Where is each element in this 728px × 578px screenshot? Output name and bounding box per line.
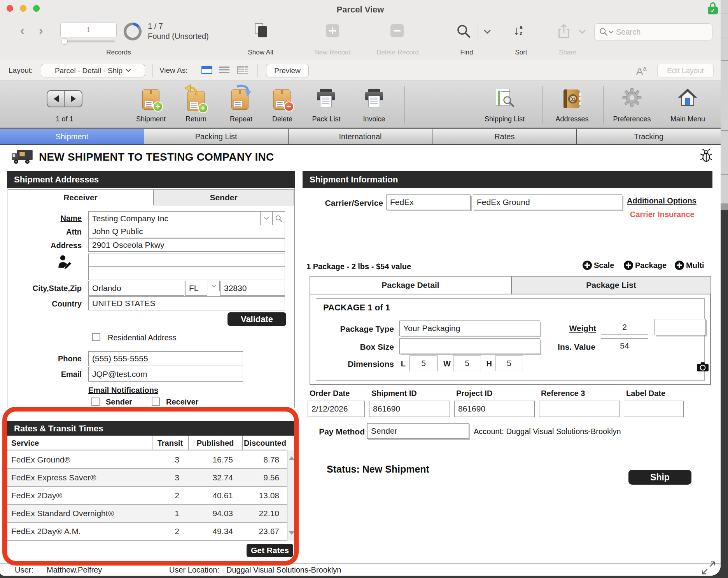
tab-rates[interactable]: Rates	[432, 129, 577, 144]
shipment-id-input[interactable]: 861690	[369, 401, 450, 417]
name-dropdown-button[interactable]	[260, 211, 273, 226]
address3-input[interactable]	[88, 267, 285, 280]
previous-record-button[interactable]: ‹	[20, 23, 24, 38]
pack-list-icon[interactable]	[317, 89, 335, 108]
scale-button[interactable]: Scale	[583, 261, 614, 270]
project-id-input[interactable]: 861690	[454, 401, 535, 417]
rates-scrollbar[interactable]	[287, 450, 295, 541]
invoice-icon[interactable]	[365, 89, 383, 108]
phone-input[interactable]: (555) 555-5555	[88, 351, 243, 366]
attn-input[interactable]: John Q Public	[88, 225, 285, 238]
notify-sender-checkbox[interactable]	[91, 398, 100, 406]
country-input[interactable]: UNITED STATES	[88, 296, 285, 310]
get-rates-button[interactable]: Get Rates	[247, 544, 293, 557]
col-transit[interactable]: Transit	[152, 436, 188, 450]
shipment-icon[interactable]: +	[142, 89, 159, 110]
reference-3-input[interactable]	[539, 401, 620, 417]
rate-row[interactable]: FedEx Ground® 3 16.75 8.78	[7, 451, 287, 469]
show-all-button[interactable]: Show All	[233, 49, 288, 56]
package-list-subtab[interactable]: Package List	[511, 276, 711, 294]
service-select[interactable]: FedEx Ground	[473, 194, 622, 210]
find-button[interactable]: Find	[451, 49, 482, 56]
col-discounted[interactable]: Discounted	[243, 436, 287, 450]
name-search-button[interactable]	[272, 211, 285, 226]
residential-address-checkbox[interactable]	[92, 333, 100, 341]
record-number-input[interactable]	[60, 23, 117, 37]
main-menu-button[interactable]: Main Menu	[667, 115, 708, 123]
view-as-form-icon[interactable]	[201, 66, 212, 74]
preferences-gear-icon[interactable]	[622, 88, 642, 107]
tab-shipment[interactable]: Shipment	[0, 129, 144, 144]
tab-tracking[interactable]: Tracking	[577, 129, 721, 144]
label-date-input[interactable]	[624, 401, 684, 417]
validate-button[interactable]: Validate	[228, 312, 286, 326]
repeat-button[interactable]: Repeat	[220, 115, 262, 123]
state-dropdown-button[interactable]	[208, 281, 220, 291]
search-scope-chevron-icon[interactable]	[609, 30, 614, 34]
find-icon[interactable]	[456, 23, 471, 39]
tab-packing-list[interactable]: Packing List	[144, 129, 289, 144]
col-published[interactable]: Published	[188, 436, 242, 450]
addresses-button[interactable]: Addresses	[550, 115, 595, 123]
receiver-subtab[interactable]: Receiver	[8, 189, 153, 205]
rate-row[interactable]: FedEx Standard Overnight® 1 94.03 22.10	[7, 505, 287, 523]
scroll-up-icon[interactable]	[289, 454, 294, 460]
rate-row[interactable]: FedEx 2Day® A.M. 2 49.34 23.67	[7, 523, 287, 541]
find-options-chevron-icon[interactable]	[484, 30, 491, 34]
sort-icon[interactable]: ↓az	[513, 23, 523, 37]
email-notifications-link[interactable]: Email Notifications	[88, 386, 158, 395]
rate-row[interactable]: FedEx Express Saver® 3 32.74 9.56	[7, 469, 287, 487]
multi-button[interactable]: Multi	[675, 261, 704, 270]
carrier-insurance-link[interactable]: Carrier Insurance	[630, 210, 695, 219]
dim-l-input[interactable]: 5	[410, 356, 438, 371]
ship-button[interactable]: Ship	[628, 470, 691, 485]
camera-icon[interactable]	[696, 362, 709, 372]
delete-shipment-icon[interactable]: −	[273, 89, 290, 110]
weight-input[interactable]: 2	[601, 320, 648, 335]
debug-bug-icon[interactable]	[700, 149, 712, 163]
record-slider[interactable]	[62, 40, 115, 42]
sort-button[interactable]: Sort	[506, 49, 537, 56]
email-input[interactable]: JQP@test.com	[88, 367, 243, 382]
ins-value-input[interactable]: 54	[601, 338, 648, 353]
address2-input[interactable]	[88, 254, 285, 267]
weight-unit-field[interactable]	[654, 319, 706, 335]
dim-w-input[interactable]: 5	[453, 356, 481, 371]
show-all-icon[interactable]	[255, 23, 268, 38]
record-slider-knob[interactable]	[61, 38, 68, 45]
additional-options-link[interactable]: Additional Options	[627, 196, 696, 205]
rate-row[interactable]: FedEx 2Day® 2 40.61 13.08	[7, 487, 287, 505]
addresses-icon[interactable]: @	[564, 89, 580, 108]
nav-forward-button[interactable]	[64, 91, 82, 107]
return-button[interactable]: Return	[177, 115, 215, 123]
return-icon[interactable]: +	[187, 91, 205, 111]
repeat-icon[interactable]	[231, 89, 248, 110]
edit-contact-icon[interactable]	[58, 254, 72, 270]
view-as-table-icon[interactable]	[237, 66, 248, 74]
dim-h-input[interactable]: 5	[495, 356, 523, 371]
carrier-select[interactable]: FedEx	[386, 194, 471, 210]
shipping-list-icon[interactable]	[496, 89, 514, 108]
search-field[interactable]	[594, 23, 712, 40]
scroll-down-icon[interactable]	[289, 531, 294, 538]
col-service[interactable]: Service	[11, 436, 39, 450]
order-date-input[interactable]: 2/12/2026	[308, 401, 365, 417]
tab-international[interactable]: International	[289, 129, 433, 144]
add-package-button[interactable]: Package	[624, 261, 667, 270]
nav-back-button[interactable]	[47, 91, 64, 107]
delete-button[interactable]: Delete	[262, 115, 303, 123]
shipment-button[interactable]: Shipment	[128, 115, 173, 123]
preferences-button[interactable]: Preferences	[607, 115, 657, 123]
record-nav-buttons[interactable]	[47, 90, 82, 107]
main-menu-house-icon[interactable]	[678, 88, 697, 107]
view-as-list-icon[interactable]	[219, 67, 229, 74]
search-input[interactable]	[616, 28, 694, 37]
resize-handle-icon[interactable]	[700, 559, 717, 576]
shipping-list-button[interactable]: Shipping List	[476, 115, 533, 123]
package-type-select[interactable]: Your Packaging	[399, 321, 540, 336]
preview-button[interactable]: Preview	[266, 64, 309, 77]
next-record-button[interactable]: ›	[39, 23, 43, 38]
notify-receiver-checkbox[interactable]	[152, 398, 160, 406]
package-detail-subtab[interactable]: Package Detail	[310, 276, 511, 294]
layout-selector[interactable]: Parcel - Detail - Ship	[41, 64, 145, 77]
